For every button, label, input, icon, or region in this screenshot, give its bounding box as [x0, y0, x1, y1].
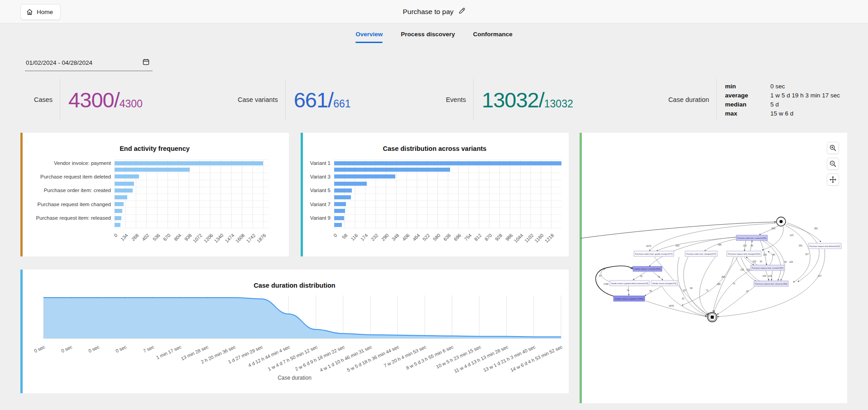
bar[interactable] — [115, 223, 120, 227]
tab-process-discovery[interactable]: Process discovery — [401, 31, 455, 43]
graph-edge — [684, 257, 708, 314]
stat-name: min — [725, 83, 770, 90]
bar[interactable] — [334, 161, 561, 165]
bar[interactable] — [334, 168, 450, 172]
bar-track — [334, 159, 561, 166]
x-tick-label: 0 sec — [33, 344, 46, 353]
x-tick-label: 812 — [473, 232, 483, 242]
edge-label: 266 — [721, 275, 725, 278]
category-label: Variant 9 — [301, 215, 334, 221]
x-tick-label: 348 — [391, 232, 400, 242]
bar[interactable] — [334, 182, 367, 186]
bar[interactable] — [334, 223, 342, 227]
category-label: Vendor invoice: payment — [20, 160, 115, 166]
x-tick-label: 464 — [411, 232, 421, 242]
bar-track — [115, 166, 269, 173]
graph-toolbar — [827, 142, 839, 186]
node-label: Purchase request item changed (312) — [728, 253, 761, 255]
pan-button[interactable] — [827, 174, 839, 186]
bar[interactable] — [334, 216, 344, 220]
x-tick-label: 638 — [442, 232, 452, 242]
x-tick-label: 7 sec — [142, 344, 155, 353]
x-tick-label: 804 — [173, 232, 182, 242]
kpi-case-variants-value: 661/ — [294, 87, 333, 112]
category-label: Variant 5 — [301, 188, 334, 193]
x-tick-label: 1 min 17 sec — [155, 344, 182, 360]
bar-track — [334, 222, 561, 228]
node-label: Purchase order item: goods receipt (577) — [635, 253, 673, 255]
zoom-out-button[interactable] — [827, 158, 839, 170]
x-tick-label: 58 — [341, 232, 349, 240]
bar[interactable] — [334, 195, 351, 199]
category-label: Purchase order item: created — [20, 188, 115, 193]
home-button[interactable]: Home — [20, 4, 61, 20]
edge-label: 822 — [772, 227, 776, 230]
bar-track — [115, 215, 269, 222]
kpi-events: Events 13032/ 13032 — [446, 79, 573, 121]
edge-label: 133 — [768, 275, 772, 277]
x-tick-label: 1876 — [256, 232, 267, 244]
tab-overview[interactable]: Overview — [355, 31, 383, 43]
bar[interactable] — [334, 188, 352, 193]
x-tick-label: 0 — [113, 232, 119, 238]
bar[interactable] — [115, 188, 133, 193]
case-distribution-chart: Variant 1Variant 3Variant 5Variant 7Vari… — [301, 159, 569, 228]
bar[interactable] — [115, 209, 122, 213]
calendar-icon[interactable] — [142, 58, 150, 68]
home-button-label: Home — [37, 9, 53, 15]
bar-row — [20, 222, 289, 228]
x-tick-label: 0 sec — [115, 344, 128, 353]
chart-title: End activity frequency — [20, 145, 289, 152]
node-label: Purchase request item deleted (201) — [810, 245, 841, 247]
edge-label: 74 — [627, 289, 629, 292]
bar[interactable] — [334, 209, 345, 213]
edit-title-pencil-icon[interactable] — [458, 7, 465, 16]
x-tick-label: 938 — [183, 232, 193, 242]
edge-label: 2073 — [646, 245, 651, 247]
tab-conformance[interactable]: Conformance — [473, 31, 513, 43]
bar-track — [334, 194, 561, 201]
edge-label: 1878 — [669, 304, 674, 307]
zoom-in-button[interactable] — [827, 142, 839, 154]
stat-value: 1 w 5 d 19 h 3 min 17 sec — [770, 92, 840, 99]
kpi-events-total: 13032 — [544, 98, 573, 110]
edge-label: 291 — [799, 244, 803, 247]
bar[interactable] — [115, 182, 134, 186]
bar[interactable] — [334, 174, 395, 178]
date-range-value: 01/02/2024 - 04/28/2024 — [26, 59, 92, 66]
bar[interactable] — [334, 202, 346, 206]
node-label: Vendor invoice: payment block removed (7… — [611, 282, 648, 285]
x-tick-label: 1742 — [245, 232, 256, 244]
stat-name: median — [725, 101, 770, 108]
x-axis-title: Case duration — [20, 375, 569, 381]
node-label: Purchase order item: created (1280) — [738, 237, 767, 239]
edge-label: 71 — [706, 289, 709, 292]
bar[interactable] — [115, 168, 190, 172]
edge-label: 281 — [814, 227, 818, 230]
stat-value: 0 sec — [770, 83, 840, 90]
x-tick-label: 174 — [360, 232, 369, 242]
bar[interactable] — [115, 161, 263, 165]
case-duration-stats: min0 secaverage1 w 5 d 19 h 3 min 17 sec… — [725, 83, 840, 117]
chart-title: Case distribution across variants — [301, 145, 569, 152]
stat-name: average — [725, 92, 770, 99]
x-tick-label: 1044 — [513, 232, 524, 244]
bar-row: Purchase order item: created — [20, 187, 289, 194]
bar-row — [301, 222, 569, 228]
bar[interactable] — [115, 195, 127, 199]
bar[interactable] — [115, 202, 124, 206]
start-node-dot — [779, 220, 782, 223]
edge-label: 74 — [733, 282, 735, 285]
bar[interactable] — [115, 174, 139, 178]
date-range-input[interactable]: 01/02/2024 - 04/28/2024 — [25, 57, 153, 71]
bar-track — [115, 180, 269, 187]
x-tick-label: 928 — [494, 232, 504, 242]
x-tick-label: 1 w 4 d 7 h 50 min 12 sec — [267, 344, 318, 371]
x-tick-label: 1160 — [533, 232, 544, 243]
edge-label: 188 — [717, 283, 721, 285]
edge-label: 91 — [760, 260, 762, 263]
bar[interactable] — [115, 216, 121, 220]
process-graph-canvas[interactable]: 2073822123933186101601308628129110722710… — [580, 133, 847, 403]
x-tick-label: 134 — [120, 232, 129, 242]
node-label: Purchase order item: changed (271) — [686, 253, 716, 255]
